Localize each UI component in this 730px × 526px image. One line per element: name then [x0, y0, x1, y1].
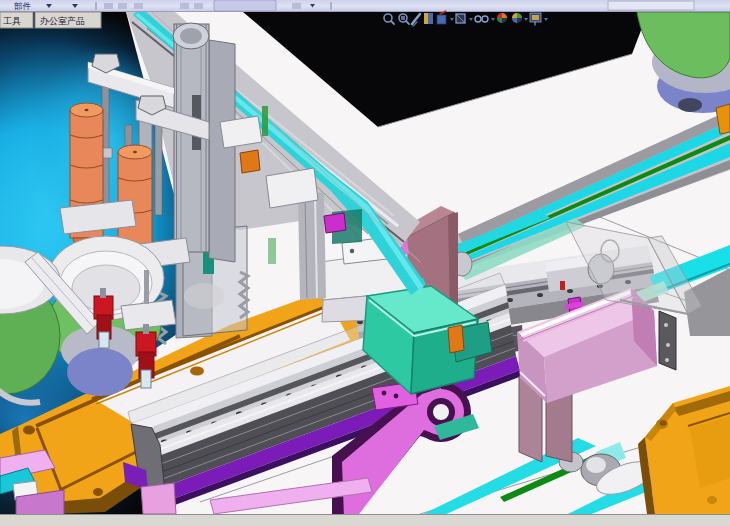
svg-text:办公室产品: 办公室产品: [40, 16, 85, 26]
svg-text:部件: 部件: [14, 1, 32, 11]
svg-text:工具: 工具: [3, 16, 21, 26]
